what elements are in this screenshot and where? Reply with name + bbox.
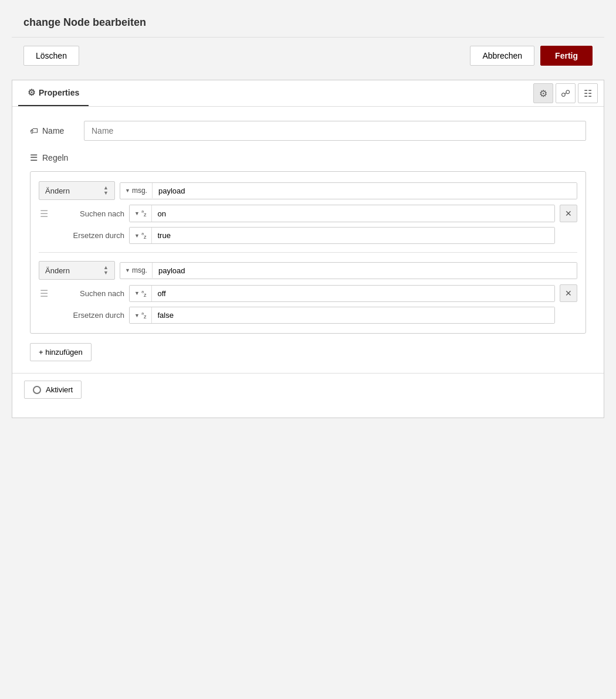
- rule-2-suchen-label: Suchen nach: [54, 289, 124, 298]
- rule-1-delete-button[interactable]: ✕: [560, 205, 577, 222]
- rule-2-suchen-type-text: ᵃz: [141, 289, 147, 298]
- tag-icon: 🏷: [30, 126, 38, 135]
- rule-2-target-type-text: msg.: [132, 266, 147, 274]
- rule-1-action-label: Ändern: [45, 186, 70, 195]
- rule-1-main-row: Ändern ▲▼ ▼ msg.: [39, 181, 577, 200]
- rule-2-action-select[interactable]: Ändern ▲▼: [39, 261, 115, 280]
- rules-label: Regeln: [42, 153, 68, 162]
- tab-properties-label: Properties: [39, 88, 79, 97]
- rule-1-suchen-type-badge[interactable]: ▼ ᵃz: [130, 205, 152, 221]
- add-rule-label: + hinzufügen: [39, 348, 83, 357]
- rule-2-ersetzen-label: Ersetzen durch: [54, 311, 124, 320]
- rules-section-header: ☰ Regeln: [30, 152, 586, 163]
- rule-2-suchen-type-badge[interactable]: ▼ ᵃz: [130, 286, 152, 301]
- rule-1-target-type-text: msg.: [132, 186, 147, 195]
- rule-2-target-input: ▼ msg.: [120, 262, 577, 279]
- tab-action-settings[interactable]: ⚙: [533, 83, 553, 103]
- rule-2-target-type-badge[interactable]: ▼ msg.: [120, 263, 153, 278]
- rule-2-suchen-input: ▼ ᵃz: [129, 285, 555, 302]
- rule-block-2: Ändern ▲▼ ▼ msg. ☰: [39, 261, 577, 324]
- cancel-button[interactable]: Abbrechen: [470, 46, 534, 66]
- name-label: 🏷 Name: [30, 126, 77, 135]
- rule-1-ersetzen-type-text: ᵃz: [141, 231, 147, 240]
- tab-properties[interactable]: ⚙ Properties: [18, 80, 89, 106]
- radio-icon: [33, 386, 41, 394]
- rule-1-ersetzen-caret: ▼: [134, 233, 140, 239]
- activate-label: Aktiviert: [46, 385, 73, 394]
- list-icon: ☰: [30, 152, 38, 163]
- rule-1-suchen-caret: ▼: [134, 211, 140, 216]
- rule-1-action-arrows: ▲▼: [103, 185, 109, 196]
- rule-2-suchen-value[interactable]: [152, 286, 555, 301]
- tab-actions: ⚙ ☍ ☷: [533, 83, 598, 103]
- rule-2-suchen-caret: ▼: [134, 290, 140, 296]
- rule-1-action-select[interactable]: Ändern ▲▼: [39, 181, 115, 200]
- rule-1-ersetzen-type-badge[interactable]: ▼ ᵃz: [130, 228, 152, 243]
- toolbar: Löschen Abbrechen Fertig: [12, 38, 604, 74]
- content-area: 🏷 Name ☰ Regeln Ändern ▲▼: [12, 107, 604, 373]
- rule-1-ersetzen-label: Ersetzen durch: [54, 231, 124, 240]
- rule-2-target-caret: ▼: [125, 267, 130, 273]
- rule-1-suchen-input: ▼ ᵃz: [129, 205, 555, 222]
- rule-2-ersetzen-type-text: ᵃz: [141, 311, 147, 320]
- gear-icon: ⚙: [28, 87, 35, 98]
- rule-2-ersetzen-caret: ▼: [134, 313, 140, 318]
- rule-2-suchen-row: ☰ Suchen nach ▼ ᵃz ✕: [39, 284, 577, 302]
- rule-1-ersetzen-value[interactable]: [152, 228, 555, 243]
- rule-2-ersetzen-type-badge[interactable]: ▼ ᵃz: [130, 307, 152, 323]
- rule-2-action-label: Ändern: [45, 266, 70, 275]
- tab-action-description[interactable]: ☍: [556, 83, 576, 103]
- panel-title: change Node bearbeiten: [12, 6, 604, 38]
- rule-block-1: Ändern ▲▼ ▼ msg. ☰: [39, 181, 577, 253]
- done-button[interactable]: Fertig: [540, 46, 593, 66]
- name-label-text: Name: [42, 126, 64, 135]
- rule-2-action-arrows: ▲▼: [103, 265, 109, 276]
- tabs-bar: ⚙ Properties ⚙ ☍ ☷: [12, 80, 604, 107]
- rule-1-ersetzen-input: ▼ ᵃz: [129, 227, 555, 244]
- rule-1-suchen-value[interactable]: [152, 206, 555, 222]
- rule-2-delete-button[interactable]: ✕: [560, 284, 577, 302]
- rule-1-target-type-badge[interactable]: ▼ msg.: [120, 183, 153, 198]
- rule-1-ersetzen-row: Ersetzen durch ▼ ᵃz: [39, 227, 577, 244]
- name-input[interactable]: [84, 121, 586, 141]
- rule-2-drag-handle[interactable]: ☰: [39, 288, 49, 299]
- rule-2-main-row: Ändern ▲▼ ▼ msg.: [39, 261, 577, 280]
- tab-action-layout[interactable]: ☷: [578, 83, 598, 103]
- rules-container: Ändern ▲▼ ▼ msg. ☰: [30, 171, 586, 334]
- add-rule-button[interactable]: + hinzufügen: [30, 343, 92, 361]
- name-row: 🏷 Name: [30, 121, 586, 141]
- delete-button[interactable]: Löschen: [23, 46, 79, 66]
- rule-2-ersetzen-row: Ersetzen durch ▼ ᵃz: [39, 307, 577, 324]
- rule-1-drag-handle[interactable]: ☰: [39, 208, 49, 219]
- rule-1-suchen-row: ☰ Suchen nach ▼ ᵃz ✕: [39, 205, 577, 222]
- footer-bar: Aktiviert: [12, 373, 604, 406]
- rule-1-suchen-label: Suchen nach: [54, 209, 124, 218]
- rule-1-target-value[interactable]: [153, 183, 577, 199]
- rule-1-suchen-type-text: ᵃz: [141, 209, 147, 218]
- rule-2-target-value[interactable]: [153, 263, 577, 279]
- rule-2-ersetzen-input: ▼ ᵃz: [129, 307, 555, 324]
- activate-button[interactable]: Aktiviert: [24, 381, 82, 399]
- rule-2-ersetzen-value[interactable]: [152, 307, 555, 323]
- rule-1-target-input: ▼ msg.: [120, 182, 577, 199]
- rule-1-target-caret: ▼: [125, 188, 130, 194]
